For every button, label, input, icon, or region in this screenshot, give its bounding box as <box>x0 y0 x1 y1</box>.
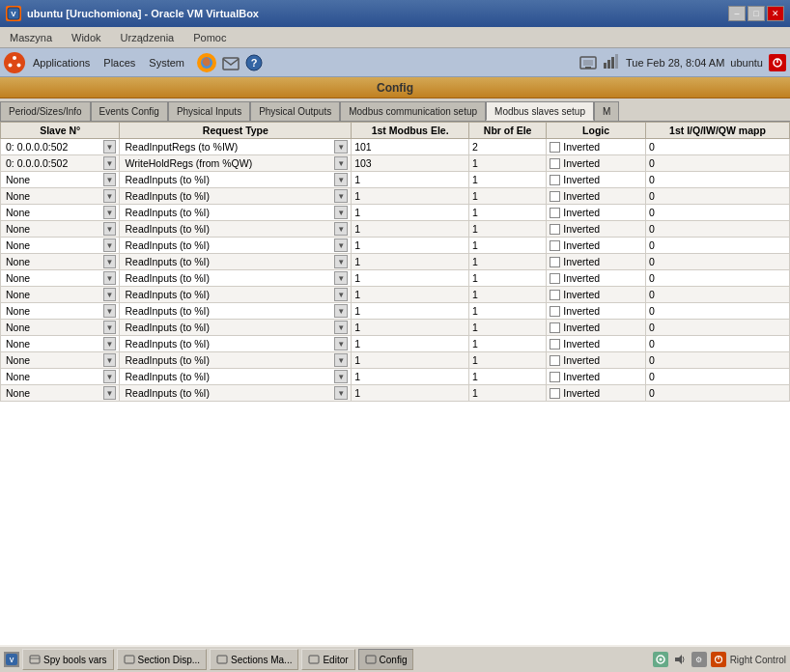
nbr-cell[interactable]: 1 <box>469 172 547 188</box>
slave-cell[interactable]: None ▼ <box>1 303 120 320</box>
menu-pomoc[interactable]: Pomoc <box>189 30 230 45</box>
taskbar-btn-spy[interactable]: Spy bools vars <box>22 649 114 670</box>
slave-cell[interactable]: None ▼ <box>1 287 120 303</box>
reqtype-dropdown-arrow[interactable]: ▼ <box>334 140 348 154</box>
reqtype-dropdown-arrow[interactable]: ▼ <box>334 173 348 186</box>
reqtype-cell[interactable]: ReadInputs (to %I) ▼ <box>120 303 352 320</box>
nbr-cell[interactable]: 2 <box>469 139 547 155</box>
map-cell[interactable]: 0 <box>645 172 789 188</box>
inverted-checkbox[interactable] <box>550 339 560 350</box>
map-cell[interactable]: 0 <box>645 238 789 254</box>
modele-cell[interactable]: 1 <box>352 303 469 320</box>
nbr-cell[interactable]: 1 <box>469 287 547 303</box>
slave-cell[interactable]: None ▼ <box>1 336 120 352</box>
reqtype-dropdown-arrow[interactable]: ▼ <box>334 288 348 301</box>
reqtype-cell[interactable]: ReadInputs (to %I) ▼ <box>120 221 352 238</box>
window-controls[interactable]: – □ ✕ <box>728 6 784 21</box>
modele-cell[interactable]: 1 <box>352 254 469 270</box>
modele-cell[interactable]: 103 <box>352 155 469 172</box>
modele-cell[interactable]: 1 <box>352 188 469 205</box>
help-icon[interactable]: ? <box>244 53 264 72</box>
reqtype-cell[interactable]: ReadInputs (to %I) ▼ <box>120 188 352 205</box>
map-cell[interactable]: 0 <box>645 287 789 303</box>
slave-cell[interactable]: None ▼ <box>1 188 120 205</box>
inverted-checkbox[interactable] <box>550 191 560 202</box>
slave-dropdown-arrow[interactable]: ▼ <box>103 271 117 285</box>
reqtype-cell[interactable]: ReadInputs (to %I) ▼ <box>120 205 352 221</box>
slave-cell[interactable]: None ▼ <box>1 352 120 369</box>
slave-dropdown-arrow[interactable]: ▼ <box>103 156 117 170</box>
slave-cell[interactable]: None ▼ <box>1 254 120 270</box>
nbr-cell[interactable]: 1 <box>469 270 547 287</box>
reqtype-cell[interactable]: ReadInputRegs (to %IW) ▼ <box>120 139 352 155</box>
nbr-cell[interactable]: 1 <box>469 369 547 385</box>
modele-cell[interactable]: 1 <box>352 369 469 385</box>
slave-dropdown-arrow[interactable]: ▼ <box>103 238 117 252</box>
map-cell[interactable]: 0 <box>645 188 789 205</box>
inverted-checkbox[interactable] <box>550 355 560 366</box>
reqtype-cell[interactable]: ReadInputs (to %I) ▼ <box>120 270 352 287</box>
map-cell[interactable]: 0 <box>645 205 789 221</box>
reqtype-cell[interactable]: ReadInputs (to %I) ▼ <box>120 369 352 385</box>
menu-urzadzenia[interactable]: Urządzenia <box>117 30 179 45</box>
nbr-cell[interactable]: 1 <box>469 188 547 205</box>
map-cell[interactable]: 0 <box>645 336 789 352</box>
nbr-cell[interactable]: 1 <box>469 205 547 221</box>
slave-dropdown-arrow[interactable]: ▼ <box>103 173 117 186</box>
map-cell[interactable]: 0 <box>645 385 789 402</box>
taskbar-btn-section-disp[interactable]: Section Disp... <box>117 649 207 670</box>
slave-cell[interactable]: 0: 0.0.0.0:502 ▼ <box>1 155 120 172</box>
reqtype-dropdown-arrow[interactable]: ▼ <box>334 222 348 236</box>
nbr-cell[interactable]: 1 <box>469 336 547 352</box>
tab-misc[interactable]: M <box>594 101 619 121</box>
inverted-checkbox[interactable] <box>550 372 560 382</box>
slave-dropdown-arrow[interactable]: ▼ <box>103 321 117 334</box>
reqtype-cell[interactable]: ReadInputs (to %I) ▼ <box>120 254 352 270</box>
slave-dropdown-arrow[interactable]: ▼ <box>103 337 117 350</box>
slave-cell[interactable]: None ▼ <box>1 369 120 385</box>
minimize-button[interactable]: – <box>728 6 746 21</box>
nbr-cell[interactable]: 1 <box>469 320 547 336</box>
reqtype-dropdown-arrow[interactable]: ▼ <box>334 386 348 400</box>
map-cell[interactable]: 0 <box>645 270 789 287</box>
slave-cell[interactable]: None ▼ <box>1 238 120 254</box>
slave-dropdown-arrow[interactable]: ▼ <box>103 304 117 318</box>
reqtype-cell[interactable]: ReadInputs (to %I) ▼ <box>120 385 352 402</box>
inverted-checkbox[interactable] <box>550 175 560 185</box>
inverted-checkbox[interactable] <box>550 257 560 267</box>
reqtype-dropdown-arrow[interactable]: ▼ <box>334 206 348 219</box>
places-menu[interactable]: Places <box>98 55 141 70</box>
inverted-checkbox[interactable] <box>550 158 560 169</box>
nbr-cell[interactable]: 1 <box>469 385 547 402</box>
reqtype-dropdown-arrow[interactable]: ▼ <box>334 321 348 334</box>
slave-dropdown-arrow[interactable]: ▼ <box>103 386 117 400</box>
modele-cell[interactable]: 1 <box>352 287 469 303</box>
inverted-checkbox[interactable] <box>550 142 560 153</box>
menu-widok[interactable]: Widok <box>68 30 105 45</box>
reqtype-dropdown-arrow[interactable]: ▼ <box>334 304 348 318</box>
slave-dropdown-arrow[interactable]: ▼ <box>103 140 117 154</box>
reqtype-cell[interactable]: ReadInputs (to %I) ▼ <box>120 320 352 336</box>
power-icon[interactable] <box>769 54 786 71</box>
map-cell[interactable]: 0 <box>645 369 789 385</box>
slave-cell[interactable]: None ▼ <box>1 221 120 238</box>
system-menu[interactable]: System <box>143 55 190 70</box>
reqtype-cell[interactable]: ReadInputs (to %I) ▼ <box>120 287 352 303</box>
modele-cell[interactable]: 1 <box>352 221 469 238</box>
slave-dropdown-arrow[interactable]: ▼ <box>103 370 117 383</box>
tab-physical-outputs[interactable]: Physical Outputs <box>250 101 340 121</box>
reqtype-dropdown-arrow[interactable]: ▼ <box>334 370 348 383</box>
close-button[interactable]: ✕ <box>767 6 784 21</box>
nbr-cell[interactable]: 1 <box>469 238 547 254</box>
modele-cell[interactable]: 1 <box>352 320 469 336</box>
tab-modbus-comm[interactable]: Modbus communication setup <box>340 101 486 121</box>
reqtype-dropdown-arrow[interactable]: ▼ <box>334 189 348 203</box>
firefox-icon[interactable] <box>196 52 217 73</box>
modele-cell[interactable]: 1 <box>352 352 469 369</box>
tab-period-sizes-info[interactable]: Period/Sizes/Info <box>0 101 91 121</box>
modele-cell[interactable]: 1 <box>352 205 469 221</box>
inverted-checkbox[interactable] <box>550 208 560 218</box>
taskbar-btn-editor[interactable]: Editor <box>301 649 354 670</box>
inverted-checkbox[interactable] <box>550 290 560 300</box>
inverted-checkbox[interactable] <box>550 306 560 317</box>
